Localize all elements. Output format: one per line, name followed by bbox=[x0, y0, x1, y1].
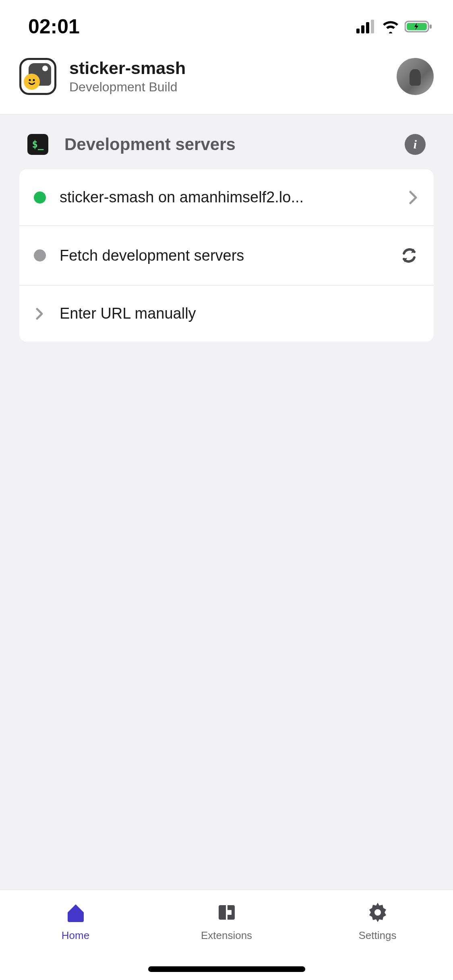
terminal-icon: $_ bbox=[27, 134, 48, 155]
fetch-label: Fetch development servers bbox=[60, 247, 385, 264]
dev-servers-section: $_ Development servers i sticker-smash o… bbox=[0, 115, 453, 361]
tab-settings-label: Settings bbox=[359, 929, 397, 942]
app-subtitle: Development Build bbox=[69, 80, 384, 95]
tab-home-label: Home bbox=[62, 929, 89, 942]
battery-icon bbox=[405, 20, 433, 33]
app-header: sticker-smash Development Build bbox=[0, 53, 453, 115]
server-row[interactable]: sticker-smash on amanhimself2.lo... bbox=[19, 169, 434, 226]
svg-rect-6 bbox=[430, 25, 432, 29]
chevron-right-icon bbox=[408, 189, 419, 206]
section-title: Development servers bbox=[64, 135, 389, 154]
section-header: $_ Development servers i bbox=[19, 134, 434, 155]
cellular-icon bbox=[356, 20, 376, 33]
svg-rect-0 bbox=[356, 29, 360, 33]
home-icon bbox=[64, 901, 87, 924]
status-dot-idle-icon bbox=[34, 249, 46, 261]
server-name: sticker-smash on amanhimself2.lo... bbox=[60, 189, 394, 206]
tab-extensions-label: Extensions bbox=[201, 929, 252, 942]
svg-rect-2 bbox=[366, 22, 369, 33]
status-indicators bbox=[356, 20, 433, 33]
svg-point-7 bbox=[29, 79, 31, 81]
status-dot-online-icon bbox=[34, 191, 46, 204]
status-bar: 02:01 bbox=[0, 0, 453, 53]
app-icon bbox=[19, 58, 56, 95]
avatar[interactable] bbox=[397, 58, 434, 95]
tab-settings[interactable]: Settings bbox=[302, 890, 453, 980]
status-time: 02:01 bbox=[28, 15, 80, 38]
app-title: sticker-smash bbox=[69, 58, 384, 78]
extensions-icon bbox=[215, 901, 238, 924]
info-icon[interactable]: i bbox=[405, 134, 426, 155]
tab-home[interactable]: Home bbox=[0, 890, 151, 980]
enter-url-label: Enter URL manually bbox=[60, 305, 419, 322]
wifi-icon bbox=[381, 20, 400, 33]
svg-point-8 bbox=[33, 79, 35, 81]
settings-icon bbox=[366, 901, 389, 924]
servers-card: sticker-smash on amanhimself2.lo... Fetc… bbox=[19, 169, 434, 342]
refresh-icon bbox=[399, 245, 419, 266]
chevron-right-icon bbox=[34, 306, 46, 322]
fetch-servers-row[interactable]: Fetch development servers bbox=[19, 226, 434, 286]
svg-rect-3 bbox=[371, 20, 374, 33]
enter-url-row[interactable]: Enter URL manually bbox=[19, 286, 434, 342]
home-indicator[interactable] bbox=[148, 966, 305, 972]
svg-rect-1 bbox=[361, 25, 364, 33]
